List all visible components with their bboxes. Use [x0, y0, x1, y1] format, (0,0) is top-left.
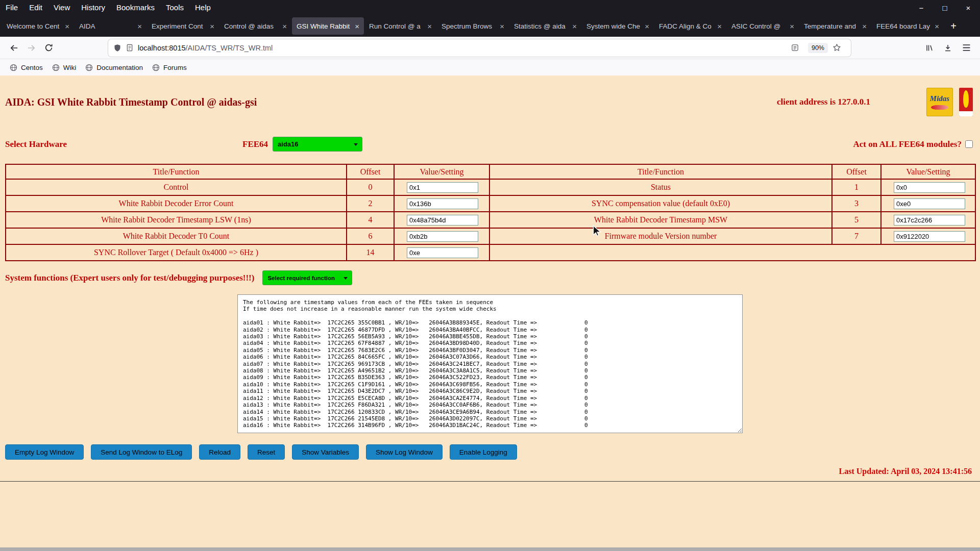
close-window-button[interactable]: ×	[957, 4, 980, 12]
tab-close-icon[interactable]: ×	[862, 22, 867, 31]
show-variables-button[interactable]: Show Variables	[292, 444, 359, 460]
row-offset: 0	[347, 179, 394, 195]
tab-welcome[interactable]: Welcome to Cent×	[2, 17, 74, 35]
bookmark-star-icon[interactable]	[832, 43, 841, 52]
bookmark-documentation[interactable]: Documentation	[81, 62, 148, 73]
midas-logo[interactable]: Midas	[926, 88, 953, 116]
tab-fee64-board-layout[interactable]: FEE64 board Lay×	[872, 17, 944, 35]
tab-temperature[interactable]: Temperature and×	[799, 17, 871, 35]
col-header-title: Title/Function	[6, 164, 347, 179]
firmware-version-input[interactable]	[894, 231, 965, 242]
tab-run-control[interactable]: Run Control @ a×	[364, 17, 436, 35]
tab-spectrum-browser[interactable]: Spectrum Brows×	[437, 17, 509, 35]
col-header-offset: Offset	[832, 164, 881, 179]
reload-button[interactable]	[40, 39, 57, 57]
site-info-icon[interactable]	[126, 44, 133, 52]
tab-close-icon[interactable]: ×	[355, 22, 359, 31]
wr-error-count-input[interactable]	[407, 198, 478, 209]
system-function-select[interactable]: Select required function	[262, 270, 352, 285]
reload-icon	[44, 43, 53, 52]
downloads-button[interactable]	[939, 39, 957, 57]
sync-rollover-input[interactable]	[407, 247, 478, 258]
globe-icon	[152, 64, 160, 71]
tab-experiment-control[interactable]: Experiment Cont×	[147, 17, 219, 35]
screen-bottom-edge	[0, 547, 980, 551]
tab-fadc-align[interactable]: FADC Align & Co×	[654, 17, 726, 35]
select-hardware-label: Select Hardware	[5, 139, 67, 149]
menu-tools[interactable]: Tools	[160, 0, 189, 15]
menu-history[interactable]: History	[76, 0, 111, 15]
col-header-value: Value/Setting	[881, 164, 975, 179]
tab-system-wide-checks[interactable]: System wide Che×	[582, 17, 654, 35]
page-title: AIDA: GSI White Rabbit Timestamp Control…	[5, 96, 257, 108]
wr-timestamp-msw-input[interactable]	[894, 215, 965, 226]
sync-compensation-input[interactable]	[894, 198, 965, 209]
back-button[interactable]	[5, 39, 22, 57]
menu-help[interactable]: Help	[189, 0, 216, 15]
act-on-all-group: Act on ALL FEE64 modules?	[853, 139, 973, 149]
act-on-all-checkbox[interactable]	[965, 140, 973, 148]
tab-close-icon[interactable]: ×	[790, 22, 794, 31]
new-tab-button[interactable]: +	[944, 17, 963, 35]
row-offset: 7	[832, 228, 881, 244]
bookmarks-toolbar: Centos Wiki Documentation Forums	[0, 59, 980, 76]
download-icon	[944, 44, 952, 52]
tab-close-icon[interactable]: ×	[137, 22, 142, 31]
status-value-input[interactable]	[894, 182, 965, 193]
footer-divider	[0, 481, 980, 482]
menu-bookmarks[interactable]: Bookmarks	[111, 0, 160, 15]
tab-close-icon[interactable]: ×	[645, 22, 649, 31]
control-value-input[interactable]	[407, 182, 478, 193]
zoom-level-badge[interactable]: 90%	[808, 43, 828, 53]
shield-icon[interactable]	[113, 44, 121, 52]
log-window[interactable]: The following are timestamp values from …	[237, 294, 743, 433]
tab-bar: Welcome to Cent× AIDA× Experiment Cont× …	[0, 15, 980, 37]
header-logos: Midas	[926, 88, 973, 116]
system-functions-label: System functions (Expert users only for …	[5, 273, 254, 283]
action-buttons-row: Empty Log Window Send Log Window to ELog…	[5, 444, 973, 460]
tab-close-icon[interactable]: ×	[210, 22, 214, 31]
tab-control-aidas[interactable]: Control @ aidas×	[219, 17, 291, 35]
tab-close-icon[interactable]: ×	[717, 22, 722, 31]
tab-gsi-white-rabbit[interactable]: GSI White Rabbit×	[292, 17, 364, 35]
app-menu-button[interactable]	[958, 39, 975, 57]
menu-file[interactable]: File	[0, 0, 23, 15]
fee64-select[interactable]: aida16	[273, 137, 362, 152]
library-button[interactable]	[921, 39, 938, 57]
bookmark-wiki[interactable]: Wiki	[47, 62, 81, 73]
tab-statistics[interactable]: Statistics @ aida×	[509, 17, 581, 35]
menu-edit[interactable]: Edit	[23, 0, 48, 15]
tab-close-icon[interactable]: ×	[935, 22, 939, 31]
reload-page-button[interactable]: Reload	[199, 444, 240, 460]
hamburger-menu-icon	[962, 44, 971, 52]
minimize-button[interactable]: −	[910, 4, 933, 12]
secondary-logo[interactable]	[959, 88, 973, 116]
wr-timestamp-lsw-input[interactable]	[407, 215, 478, 226]
wr-t0-count-input[interactable]	[407, 231, 478, 242]
globe-icon	[85, 64, 93, 71]
tab-close-icon[interactable]: ×	[500, 22, 504, 31]
show-log-button[interactable]: Show Log Window	[366, 444, 443, 460]
row-offset: 4	[347, 212, 394, 228]
row-title: Control	[6, 179, 347, 195]
chevron-down-icon	[354, 143, 358, 146]
empty-log-button[interactable]: Empty Log Window	[5, 444, 84, 460]
tab-close-icon[interactable]: ×	[572, 22, 577, 31]
tab-close-icon[interactable]: ×	[282, 22, 287, 31]
menu-view[interactable]: View	[48, 0, 76, 15]
tab-aida[interactable]: AIDA×	[75, 17, 146, 35]
tab-close-icon[interactable]: ×	[427, 22, 432, 31]
url-bar[interactable]: localhost:8015/AIDA/TS_WR/TS_WR.tml 90%	[108, 39, 851, 57]
send-elog-button[interactable]: Send Log Window to ELog	[91, 444, 192, 460]
reader-mode-icon[interactable]	[791, 44, 799, 52]
enable-logging-button[interactable]: Enable Logging	[450, 444, 517, 460]
tab-asic-control[interactable]: ASIC Control @×	[727, 17, 799, 35]
bookmark-centos[interactable]: Centos	[5, 62, 47, 73]
row-title: White Rabbit Decoder T0 Count	[6, 228, 347, 244]
maximize-button[interactable]: □	[933, 4, 957, 12]
menu-bar: File Edit View History Bookmarks Tools H…	[0, 0, 980, 15]
tab-close-icon[interactable]: ×	[65, 22, 69, 31]
reset-button[interactable]: Reset	[248, 444, 285, 460]
forward-button[interactable]	[22, 39, 40, 57]
bookmark-forums[interactable]: Forums	[148, 62, 191, 73]
